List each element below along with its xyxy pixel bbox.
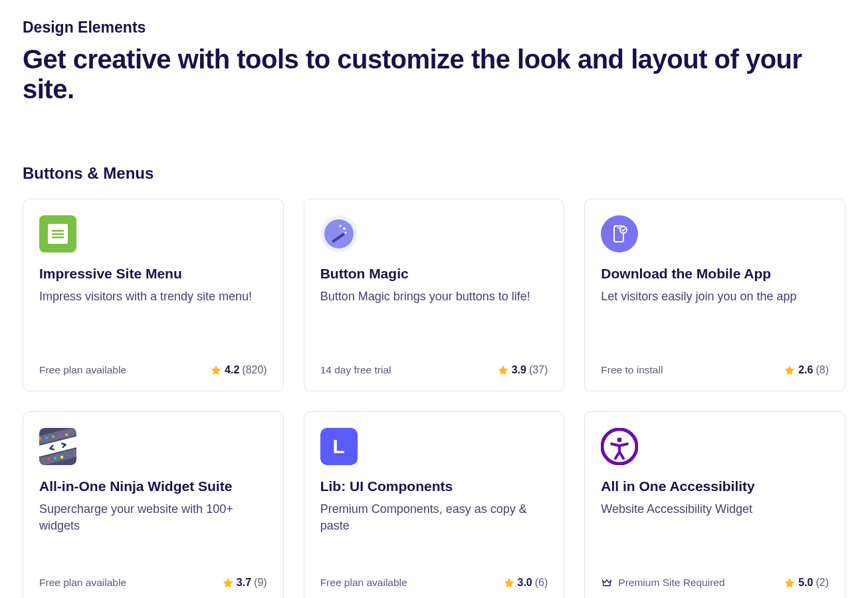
app-card-description: Premium Components, easy as copy & paste xyxy=(320,501,548,565)
app-card-footer: Free plan available 4.2 (820) xyxy=(39,364,267,376)
page-category: Design Elements xyxy=(23,19,845,37)
wand-icon xyxy=(320,215,358,252)
app-card-lib-ui-components[interactable]: L Lib: UI Components Premium Components,… xyxy=(304,411,565,598)
app-card-title: Impressive Site Menu xyxy=(39,266,267,282)
pricing-label: Free plan available xyxy=(39,577,126,589)
rating-count: (2) xyxy=(815,577,829,589)
star-icon xyxy=(222,577,234,589)
app-card-ninja-widget-suite[interactable]: All-in-One Ninja Widget Suite Supercharg… xyxy=(23,411,284,598)
app-card-title: All in One Accessibility xyxy=(601,478,829,494)
pricing-label: Free plan available xyxy=(39,364,126,376)
rating-count: (6) xyxy=(535,577,548,589)
page-title: Get creative with tools to customize the… xyxy=(23,45,845,104)
app-card-footer: Free to install 2.6 (8) xyxy=(601,364,829,376)
rating: 3.9 (37) xyxy=(497,364,548,376)
star-icon xyxy=(497,364,509,376)
pricing-label: Premium Site Required xyxy=(601,577,724,589)
section-title: Buttons & Menus xyxy=(23,164,845,183)
svg-point-4 xyxy=(324,219,354,249)
mobile-icon xyxy=(601,215,638,252)
pricing-text: Premium Site Required xyxy=(618,577,724,589)
ninja-icon xyxy=(39,428,76,465)
app-card-download-mobile-app[interactable]: Download the Mobile App Let visitors eas… xyxy=(584,199,845,391)
rating-count: (9) xyxy=(254,577,267,589)
star-icon xyxy=(503,577,515,589)
rating-score: 2.6 xyxy=(798,364,813,376)
rating-score: 4.2 xyxy=(225,364,239,376)
app-card-description: Impress visitors with a trendy site menu… xyxy=(39,288,267,352)
star-icon xyxy=(784,364,796,376)
app-card-description: Supercharge your website with 100+ widge… xyxy=(39,501,267,565)
rating-score: 3.0 xyxy=(518,577,532,589)
app-card-description: Website Accessibility Widget xyxy=(601,501,829,565)
rating: 3.0 (6) xyxy=(503,577,548,589)
app-card-title: Download the Mobile App xyxy=(601,266,829,282)
svg-rect-2 xyxy=(52,233,64,235)
app-card-title: All-in-One Ninja Widget Suite xyxy=(39,478,267,494)
app-card-impressive-site-menu[interactable]: Impressive Site Menu Impress visitors wi… xyxy=(23,199,284,391)
rating-score: 3.7 xyxy=(237,577,251,589)
svg-point-28 xyxy=(617,438,622,443)
star-icon xyxy=(784,577,796,589)
rating-count: (8) xyxy=(815,364,829,376)
app-card-footer: Premium Site Required 5.0 (2) xyxy=(601,577,829,589)
rating: 2.6 (8) xyxy=(784,364,829,376)
rating-count: (37) xyxy=(529,364,548,376)
svg-point-8 xyxy=(344,232,346,234)
rating-score: 5.0 xyxy=(798,577,813,589)
lib-icon: L xyxy=(320,428,358,465)
rating-count: (820) xyxy=(242,364,267,376)
pricing-label: Free to install xyxy=(601,364,663,376)
pricing-label: 14 day free trial xyxy=(320,364,391,376)
crown-icon xyxy=(601,577,613,589)
rating: 5.0 (2) xyxy=(784,577,829,589)
app-card-footer: 14 day free trial 3.9 (37) xyxy=(320,364,548,376)
rating: 4.2 (820) xyxy=(210,364,267,376)
rating: 3.7 (9) xyxy=(222,577,267,589)
app-card-grid: Impressive Site Menu Impress visitors wi… xyxy=(23,199,845,598)
app-card-all-in-one-accessibility[interactable]: All in One Accessibility Website Accessi… xyxy=(584,411,845,598)
svg-point-7 xyxy=(339,225,341,227)
app-card-footer: Free plan available 3.0 (6) xyxy=(320,577,548,589)
menu-icon xyxy=(39,215,76,252)
star-icon xyxy=(210,364,222,376)
svg-point-6 xyxy=(343,227,346,230)
app-card-footer: Free plan available 3.7 (9) xyxy=(39,577,267,589)
app-card-description: Let visitors easily join you on the app xyxy=(601,288,829,352)
rating-score: 3.9 xyxy=(512,364,526,376)
svg-point-9 xyxy=(601,215,638,252)
svg-rect-1 xyxy=(52,230,64,232)
app-card-title: Lib: UI Components xyxy=(320,478,548,494)
svg-rect-3 xyxy=(52,237,64,239)
app-card-title: Button Magic xyxy=(320,266,548,282)
accessibility-icon xyxy=(601,428,638,465)
app-card-description: Button Magic brings your buttons to life… xyxy=(320,288,548,352)
pricing-label: Free plan available xyxy=(320,577,407,589)
app-card-button-magic[interactable]: Button Magic Button Magic brings your bu… xyxy=(304,199,565,391)
